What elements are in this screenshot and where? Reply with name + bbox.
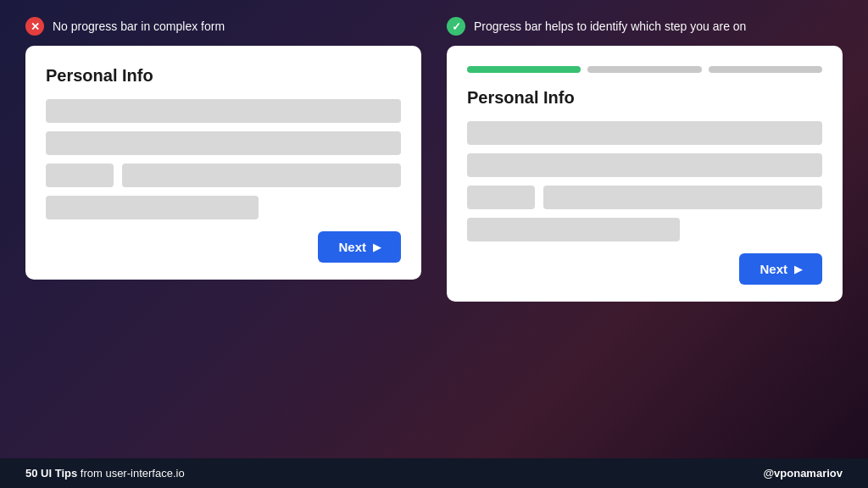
bad-field-row-3 — [46, 164, 401, 187]
main-content: ✕ No progress bar in complex form Person… — [0, 0, 868, 458]
good-form-fields — [467, 121, 822, 241]
footer-handle: @vponamariov — [763, 467, 843, 480]
bad-panel: ✕ No progress bar in complex form Person… — [25, 17, 421, 280]
good-next-label: Next — [760, 262, 787, 276]
good-panel-card: Personal Info Next ▶ — [447, 46, 843, 302]
good-next-btn-row: Next ▶ — [467, 253, 822, 285]
progress-bar-row — [467, 66, 822, 73]
good-icon: ✓ — [447, 17, 465, 36]
good-panel-title: Progress bar helps to identify which ste… — [474, 19, 746, 33]
good-field-row-3 — [467, 186, 822, 209]
bad-form-title: Personal Info — [46, 66, 401, 86]
bad-field-1 — [46, 99, 401, 123]
footer-brand-rest: from user-interface.io — [77, 467, 184, 480]
bad-next-arrow-icon: ▶ — [373, 241, 381, 253]
good-field-1 — [467, 121, 822, 145]
good-panel: ✓ Progress bar helps to identify which s… — [447, 17, 843, 302]
bad-field-3a — [46, 164, 114, 187]
good-field-2 — [467, 153, 822, 177]
bad-field-4 — [46, 196, 259, 219]
good-form-title: Personal Info — [467, 88, 822, 108]
good-next-arrow-icon: ▶ — [794, 263, 802, 275]
progress-step-1 — [467, 66, 581, 73]
bad-panel-header: ✕ No progress bar in complex form — [25, 17, 421, 36]
good-field-4 — [467, 218, 680, 241]
good-panel-header: ✓ Progress bar helps to identify which s… — [447, 17, 843, 36]
good-field-3b — [543, 186, 822, 209]
bad-field-2 — [46, 131, 401, 155]
bad-panel-card: Personal Info Next ▶ — [25, 46, 421, 280]
progress-step-3 — [709, 66, 822, 73]
footer-brand: 50 UI Tips from user-interface.io — [25, 467, 185, 480]
good-next-button[interactable]: Next ▶ — [739, 253, 822, 285]
progress-step-2 — [587, 66, 701, 73]
bad-panel-title: No progress bar in complex form — [53, 19, 225, 33]
bad-field-3b — [122, 164, 401, 187]
good-field-3a — [467, 186, 535, 209]
footer-brand-bold: 50 UI Tips — [25, 467, 77, 480]
bad-next-label: Next — [338, 240, 366, 254]
bad-next-btn-row: Next ▶ — [46, 231, 401, 263]
bad-form-fields — [46, 99, 401, 219]
footer: 50 UI Tips from user-interface.io @vpona… — [0, 458, 868, 488]
bad-icon: ✕ — [25, 17, 44, 36]
bad-next-button[interactable]: Next ▶ — [318, 231, 401, 263]
